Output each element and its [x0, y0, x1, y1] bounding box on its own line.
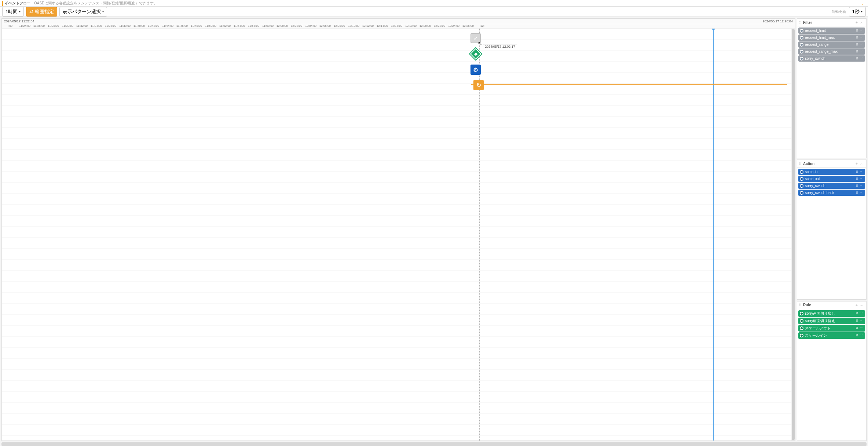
time-range-button[interactable]: 1時間 ▾	[2, 7, 24, 17]
expand-icon[interactable]: ﹀	[859, 176, 864, 181]
panel-item[interactable]: sorry_switch⧉﹀	[798, 55, 865, 62]
duplicate-icon[interactable]: ⧉	[855, 319, 859, 323]
auto-update-select[interactable]: 1秒 ▾	[849, 7, 866, 17]
expand-icon[interactable]: ﹀	[859, 35, 864, 40]
kebab-menu-icon[interactable]: ⋮	[859, 1, 866, 5]
status-dot-icon	[800, 29, 803, 33]
timeline-tick: 12:26:00	[461, 24, 475, 28]
status-dot-icon	[800, 43, 803, 47]
timeline-tick: 11:44:00	[161, 24, 175, 28]
timeline-tick: 11:40:00	[132, 24, 146, 28]
timeline-canvas[interactable]: ✓ ◆ ⚙ ↻ 2024/05/17 12:02:17 ↖	[2, 29, 795, 440]
collapse-icon[interactable]: ︿	[859, 20, 864, 25]
grip-icon[interactable]: ⠿	[799, 162, 802, 166]
filter-panel: ⠿ Filter ＋ ︿ request_limit⧉﹀request_limi…	[797, 18, 867, 158]
panel-item[interactable]: sorry_switch⧉﹀	[798, 183, 865, 189]
expand-icon[interactable]: ﹀	[859, 42, 864, 47]
expand-icon[interactable]: ﹀	[859, 169, 864, 174]
timeline-tick: 11:36:00	[103, 24, 118, 28]
duplicate-icon[interactable]: ⧉	[855, 184, 859, 188]
current-time-line	[713, 29, 714, 440]
add-icon[interactable]: ＋	[854, 303, 859, 308]
timeline-tick: 12:	[475, 24, 490, 28]
expand-icon[interactable]: ﹀	[859, 49, 864, 54]
duplicate-icon[interactable]: ⧉	[855, 177, 859, 181]
panel-item-label: sorry_switch-back	[805, 191, 855, 195]
timeline-tick: 11:54:00	[232, 24, 246, 28]
action-panel: ⠿ Action ＋ ︿ scale-in⧉﹀scale-out⧉﹀sorry_…	[797, 160, 867, 299]
collapse-icon[interactable]: ︿	[859, 161, 864, 166]
timeline-tick: 11:52:00	[218, 24, 232, 28]
timeline-end-time: 2024/05/17 12:28:04	[762, 19, 793, 23]
panel-item-label: request_limit_max	[805, 36, 855, 40]
duplicate-icon[interactable]: ⧉	[855, 170, 859, 174]
timeline-tick: 12:06:00	[318, 24, 332, 28]
grip-icon[interactable]: ⠿	[799, 303, 802, 307]
rule-panel-header: ⠿ Rule ＋ ︿	[797, 301, 866, 309]
reload-icon: ↻	[476, 82, 481, 89]
vertical-scrollbar[interactable]	[791, 29, 795, 440]
action-panel-body: scale-in⧉﹀scale-out⧉﹀sorry_switch⧉﹀sorry…	[797, 168, 866, 198]
duplicate-icon[interactable]: ⧉	[855, 56, 859, 61]
panel-item-label: sorry_switch	[805, 184, 855, 188]
panel-item[interactable]: sorry画面切り替え⧉﹀	[798, 318, 865, 324]
expand-icon[interactable]: ﹀	[859, 183, 864, 188]
range-set-label: 範囲指定	[35, 8, 54, 15]
panel-item[interactable]: scale-out⧉﹀	[798, 176, 865, 182]
add-icon[interactable]: ＋	[854, 161, 859, 166]
panel-item[interactable]: scale-in⧉﹀	[798, 169, 865, 175]
event-check-node[interactable]: ✓	[470, 33, 481, 43]
panel-item[interactable]: スケールアウト⧉﹀	[798, 325, 865, 332]
range-set-button[interactable]: ⇄ 範囲指定	[26, 7, 57, 17]
action-duration-bar	[471, 84, 787, 85]
timeline-tick: 12:08:00	[332, 24, 347, 28]
expand-icon[interactable]: ﹀	[859, 333, 864, 338]
duplicate-icon[interactable]: ⧉	[855, 311, 859, 315]
panel-item[interactable]: スケールイン⧉﹀	[798, 332, 865, 339]
add-icon[interactable]: ＋	[854, 20, 859, 25]
chevron-down-icon: ▾	[19, 10, 21, 13]
chevron-down-icon: ▾	[861, 10, 862, 13]
panel-item[interactable]: sorry_switch-back⧉﹀	[798, 190, 865, 196]
panel-item[interactable]: request_range_max⧉﹀	[798, 48, 865, 55]
collapse-icon[interactable]: ︿	[859, 303, 864, 308]
page-title: イベントフロー	[5, 1, 30, 6]
scrollbar-thumb[interactable]	[792, 29, 795, 440]
horizontal-scrollbar[interactable]	[1, 442, 867, 446]
status-dot-icon	[800, 184, 803, 188]
rule-panel-title: Rule	[803, 303, 854, 307]
panel-item[interactable]: request_range⧉﹀	[798, 41, 865, 48]
event-reload-node[interactable]: ↻	[473, 80, 484, 90]
duplicate-icon[interactable]: ⧉	[855, 191, 859, 195]
display-pattern-button[interactable]: 表示パターン選択 ▾	[59, 7, 107, 17]
timeline-tick: 11:48:00	[189, 24, 204, 28]
timeline-panel: 2024/05/17 11:22:04 2024/05/17 12:28:04 …	[1, 18, 795, 441]
duplicate-icon[interactable]: ⧉	[855, 43, 859, 47]
timeline-tick: 12:14:00	[375, 24, 389, 28]
panel-item-label: request_limit	[805, 29, 855, 33]
duplicate-icon[interactable]: ⧉	[855, 29, 859, 33]
timeline-range-bar: 2024/05/17 11:22:04 2024/05/17 12:28:04	[2, 19, 795, 24]
timeline-tick: 12:12:00	[361, 24, 375, 28]
expand-icon[interactable]: ﹀	[859, 318, 864, 323]
event-gear-node[interactable]: ⚙	[470, 65, 481, 75]
timeline-tick: 12:00:00	[275, 24, 289, 28]
filter-panel-body: request_limit⧉﹀request_limit_max⧉﹀reques…	[797, 26, 866, 63]
status-dot-icon	[800, 319, 803, 323]
grip-icon[interactable]: ⠿	[799, 21, 802, 25]
timeline-tick: :00	[3, 24, 18, 28]
expand-icon[interactable]: ﹀	[859, 28, 864, 33]
display-pattern-label: 表示パターン選択	[63, 8, 101, 15]
duplicate-icon[interactable]: ⧉	[855, 36, 859, 40]
panel-item[interactable]: request_limit⧉﹀	[798, 28, 865, 34]
expand-icon[interactable]: ﹀	[859, 326, 864, 330]
timeline-tick: 12:22:00	[432, 24, 447, 28]
panel-item[interactable]: sorry画面切り戻し⧉﹀	[798, 310, 865, 317]
duplicate-icon[interactable]: ⧉	[855, 326, 859, 330]
panel-item[interactable]: request_limit_max⧉﹀	[798, 34, 865, 41]
expand-icon[interactable]: ﹀	[859, 190, 864, 195]
expand-icon[interactable]: ﹀	[859, 56, 864, 61]
duplicate-icon[interactable]: ⧉	[855, 333, 859, 337]
expand-icon[interactable]: ﹀	[859, 311, 864, 316]
duplicate-icon[interactable]: ⧉	[855, 50, 859, 54]
